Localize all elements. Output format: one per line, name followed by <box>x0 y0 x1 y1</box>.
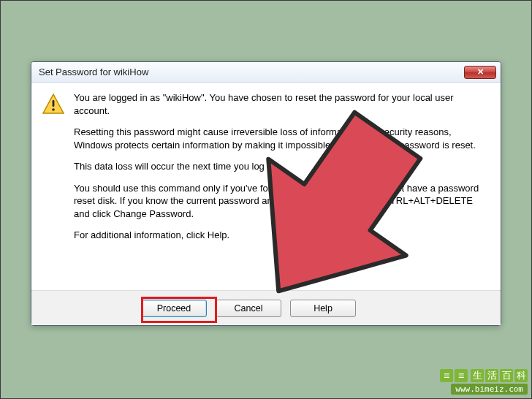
dialog-title: Set Password for wikiHow <box>39 66 464 77</box>
message-p1: You are logged in as "wikiHow". You have… <box>74 91 490 117</box>
message-p4: You should use this command only if you'… <box>74 182 490 221</box>
close-button[interactable]: ✕ <box>464 66 496 79</box>
password-dialog: Set Password for wikiHow ✕ You are logge… <box>31 61 501 326</box>
message-p5: For additional information, click Help. <box>74 229 490 242</box>
watermark-chars: 生 活 百 科 <box>471 369 528 382</box>
svg-point-2 <box>52 108 55 111</box>
proceed-button[interactable]: Proceed <box>141 300 207 317</box>
dialog-content: You are logged in as "wikiHow". You have… <box>31 83 501 290</box>
svg-rect-1 <box>53 100 55 107</box>
titlebar: Set Password for wikiHow ✕ <box>31 62 501 83</box>
warning-icon <box>42 93 65 116</box>
message-column: You are logged in as "wikiHow". You have… <box>74 91 490 290</box>
cancel-button[interactable]: Cancel <box>216 300 281 317</box>
close-icon: ✕ <box>477 67 484 77</box>
watermark-logo-squares: ≡ ≡ <box>440 369 468 382</box>
help-button[interactable]: Help <box>290 300 356 317</box>
message-p2: Resetting this password might cause irre… <box>74 126 490 151</box>
watermark: ≡ ≡ 生 活 百 科 www.bimeiz.com <box>440 369 528 395</box>
button-row: Proceed Cancel Help <box>31 290 501 325</box>
message-p3: This data loss will occur the next time … <box>74 160 490 173</box>
watermark-url: www.bimeiz.com <box>451 384 528 395</box>
